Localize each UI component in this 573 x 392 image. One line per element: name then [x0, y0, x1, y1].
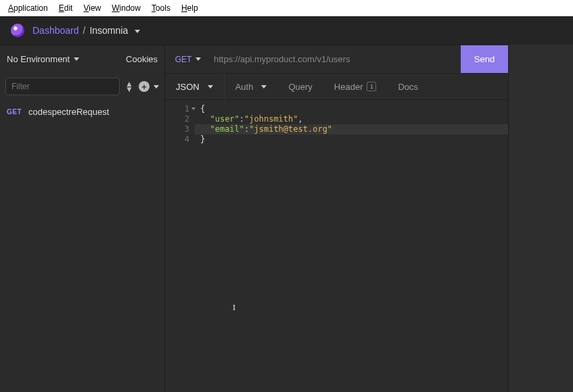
code-brace: }: [200, 134, 205, 144]
workspace-dropdown[interactable]: Insomnia: [89, 25, 140, 36]
tab-body-label: JSON: [176, 82, 200, 92]
app-logo-icon: [11, 24, 24, 37]
text-cursor-icon: I: [233, 303, 233, 313]
gutter-line: 1: [165, 104, 189, 114]
gutter-line: 3: [165, 124, 189, 134]
tab-query[interactable]: Query: [277, 74, 323, 99]
tab-header-label: Header: [334, 82, 363, 92]
chevron-down-icon: [208, 85, 213, 89]
code-key: "email": [210, 124, 244, 134]
method-dropdown[interactable]: GET: [165, 45, 211, 73]
request-tabs: JSON Auth Query Header 1 Docs: [165, 73, 508, 100]
gutter-line: 2: [165, 114, 189, 124]
editor-code[interactable]: { "user":"johnsmith", "email":"jsmith@te…: [195, 100, 508, 392]
environment-label: No Environment: [7, 54, 70, 64]
gutter-line: 4: [165, 134, 189, 145]
tab-docs[interactable]: Docs: [387, 74, 429, 99]
menubar: Application Edit View Window Tools Help: [0, 0, 573, 16]
sidebar: No Environment Cookies ▲▼ + GET codespec…: [0, 45, 165, 392]
breadcrumb-sep: /: [83, 25, 86, 36]
cookies-button[interactable]: Cookies: [126, 54, 158, 64]
method-badge: GET: [7, 108, 22, 116]
tab-body[interactable]: JSON: [165, 74, 225, 99]
body-editor[interactable]: 1 2 3 4 { "user":"johnsmith", "email":"j…: [165, 100, 508, 392]
plus-circle-icon: +: [139, 81, 150, 92]
add-request-dropdown[interactable]: +: [139, 81, 159, 92]
sort-icon[interactable]: ▲▼: [125, 81, 133, 92]
chevron-down-icon: [74, 57, 79, 61]
header-count-badge: 1: [367, 82, 376, 91]
menu-help[interactable]: Help: [176, 2, 204, 14]
breadcrumb-dashboard[interactable]: Dashboard: [32, 25, 79, 36]
tab-header[interactable]: Header 1: [323, 74, 388, 99]
menu-window[interactable]: Window: [106, 2, 146, 14]
tab-docs-label: Docs: [398, 82, 418, 92]
sidebar-top-row: No Environment Cookies: [0, 45, 164, 73]
workspace-name: Insomnia: [89, 25, 128, 36]
tab-query-label: Query: [288, 82, 312, 92]
menu-edit[interactable]: Edit: [53, 2, 78, 14]
send-button[interactable]: Send: [461, 45, 508, 73]
app-header: Dashboard / Insomnia: [0, 16, 573, 45]
main-panel: GET https://api.myproduct.com/v1/users S…: [165, 45, 573, 392]
method-label: GET: [175, 55, 192, 64]
code-key: "user": [210, 114, 239, 124]
menu-view[interactable]: View: [78, 2, 106, 14]
environment-dropdown[interactable]: No Environment: [7, 54, 79, 64]
request-list-item[interactable]: GET codespectreRequest: [0, 100, 164, 123]
chevron-down-icon: [261, 85, 267, 89]
chevron-down-icon: [135, 30, 140, 33]
url-bar: GET https://api.myproduct.com/v1/users S…: [165, 45, 508, 73]
request-name: codespectreRequest: [28, 107, 109, 117]
filter-input[interactable]: [5, 78, 120, 95]
code-brace: {: [200, 104, 205, 114]
chevron-down-icon: [154, 85, 159, 89]
sidebar-filter-row: ▲▼ +: [0, 73, 164, 100]
menu-tools[interactable]: Tools: [146, 2, 176, 14]
tab-auth[interactable]: Auth: [225, 74, 278, 99]
response-panel: [509, 45, 573, 392]
tab-auth-label: Auth: [235, 82, 254, 92]
chevron-down-icon: [196, 57, 201, 61]
editor-gutter: 1 2 3 4: [165, 100, 195, 392]
menu-application[interactable]: Application: [3, 2, 53, 14]
code-string: "jsmith@test.org": [249, 124, 332, 134]
code-string: "johnsmith": [244, 114, 298, 124]
url-input[interactable]: https://api.myproduct.com/v1/users: [211, 45, 461, 73]
